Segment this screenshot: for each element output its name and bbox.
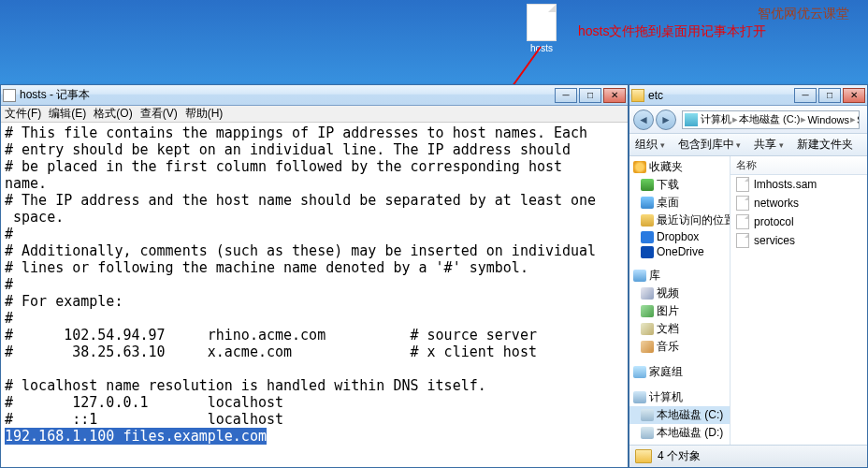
tree-documents[interactable]: 文档 [629, 320, 730, 338]
nav-bar: ◄ ► 计算机▸ 本地磁盘 (C:)▸ Windows▸ System32▸ d… [629, 106, 867, 134]
onedrive-icon [641, 246, 654, 258]
menu-format[interactable]: 格式(O) [94, 106, 132, 122]
maximize-button[interactable]: □ [579, 88, 601, 103]
drive-icon [641, 427, 654, 439]
tree-drive-c[interactable]: 本地磁盘 (C:) [629, 406, 730, 424]
tree-desktop[interactable]: 桌面 [629, 194, 730, 212]
file-icon [736, 233, 749, 248]
close-button[interactable]: ✕ [603, 88, 626, 103]
tree-drive-d[interactable]: 本地磁盘 (D:) [629, 424, 730, 442]
desktop-file-hosts[interactable]: hosts [522, 4, 561, 53]
back-button[interactable]: ◄ [633, 110, 654, 130]
file-item[interactable]: lmhosts.sam [731, 175, 867, 194]
status-bar: 4 个对象 [629, 445, 867, 467]
column-header-name[interactable]: 名称 [731, 156, 867, 175]
picture-icon [641, 305, 654, 317]
titlebar[interactable]: etc ─ □ ✕ [629, 85, 867, 106]
close-button[interactable]: ✕ [843, 88, 865, 103]
tree-pictures[interactable]: 图片 [629, 302, 730, 320]
new-folder-button[interactable]: 新建文件夹 [797, 137, 853, 153]
crumb-computer[interactable]: 计算机 [701, 112, 731, 126]
menubar: 文件(F) 编辑(E) 格式(O) 查看(V) 帮助(H) [1, 106, 628, 123]
maximize-button[interactable]: □ [818, 88, 841, 103]
editor-selection: 192.168.1.100 files.example.com [5, 428, 267, 445]
tree-homegroup[interactable]: 家庭组 [629, 363, 730, 381]
tree-favorites[interactable]: 收藏夹 [629, 158, 730, 176]
file-icon [736, 196, 749, 211]
menu-view[interactable]: 查看(V) [140, 106, 178, 122]
organize-button[interactable]: 组织 [635, 137, 665, 153]
computer-icon [685, 113, 698, 126]
tree-recent[interactable]: 最近访问的位置 [629, 212, 730, 229]
file-label: hosts [522, 43, 561, 53]
file-item[interactable]: services [731, 231, 867, 250]
file-icon [736, 177, 749, 192]
tree-drive-e[interactable]: 本地磁盘 (E:) [629, 442, 730, 445]
file-item[interactable]: protocol [731, 212, 867, 231]
homegroup-icon [633, 366, 646, 378]
dropbox-icon [641, 231, 654, 243]
editor-text: # This file contains the mappings of IP … [5, 124, 596, 428]
window-title: hosts - 记事本 [20, 87, 555, 103]
crumb-drive-c[interactable]: 本地磁盘 (C:) [739, 112, 800, 126]
window-title: etc [648, 89, 794, 102]
include-lib-button[interactable]: 包含到库中 [678, 137, 742, 153]
folder-icon [631, 89, 644, 102]
computer-icon [633, 391, 646, 403]
music-icon [641, 341, 654, 353]
tree-music[interactable]: 音乐 [629, 338, 730, 356]
tree-dropbox[interactable]: Dropbox [629, 229, 730, 244]
library-icon [633, 270, 646, 282]
file-icon [527, 4, 557, 41]
forward-button[interactable]: ► [656, 110, 676, 130]
status-text: 4 个对象 [658, 448, 701, 464]
tree-downloads[interactable]: 下载 [629, 176, 730, 194]
minimize-button[interactable]: ─ [555, 88, 577, 103]
notepad-icon [3, 89, 16, 102]
file-icon [736, 214, 749, 229]
file-item[interactable]: networks [731, 194, 867, 212]
editor-area[interactable]: # This file contains the mappings of IP … [1, 123, 628, 467]
notepad-window: hosts - 记事本 ─ □ ✕ 文件(F) 编辑(E) 格式(O) 查看(V… [0, 84, 629, 468]
menu-edit[interactable]: 编辑(E) [49, 106, 86, 122]
drive-icon [641, 409, 654, 421]
file-list: 名称 lmhosts.sam networks protocol service… [731, 156, 867, 445]
star-icon [633, 161, 646, 173]
tree-onedrive[interactable]: OneDrive [629, 244, 730, 259]
download-icon [641, 179, 654, 191]
tree-videos[interactable]: 视频 [629, 285, 730, 302]
video-icon [641, 287, 654, 300]
tree-libraries[interactable]: 库 [629, 267, 730, 285]
folder-icon [635, 449, 652, 463]
document-icon [641, 323, 654, 335]
titlebar[interactable]: hosts - 记事本 ─ □ ✕ [1, 85, 628, 106]
crumb-system32[interactable]: System32 [857, 114, 860, 125]
minimize-button[interactable]: ─ [794, 88, 817, 103]
menu-file[interactable]: 文件(F) [5, 106, 41, 122]
tree-computer[interactable]: 计算机 [629, 388, 730, 406]
annotation-watermark: 智优网优云课堂 [758, 6, 849, 22]
breadcrumb[interactable]: 计算机▸ 本地磁盘 (C:)▸ Windows▸ System32▸ dr [682, 110, 860, 129]
nav-tree: 收藏夹 下载 桌面 最近访问的位置 Dropbox OneDrive 库 视频 … [629, 156, 731, 445]
share-button[interactable]: 共享 [754, 137, 784, 153]
toolbar: 组织 包含到库中 共享 新建文件夹 [629, 134, 867, 156]
annotation-top: hosts文件拖到桌面用记事本打开 [578, 23, 766, 40]
explorer-window: etc ─ □ ✕ ◄ ► 计算机▸ 本地磁盘 (C:)▸ Windows▸ S… [629, 84, 868, 468]
recent-icon [641, 214, 654, 227]
crumb-windows[interactable]: Windows [807, 114, 849, 125]
menu-help[interactable]: 帮助(H) [185, 106, 224, 122]
desktop-icon [641, 197, 654, 209]
